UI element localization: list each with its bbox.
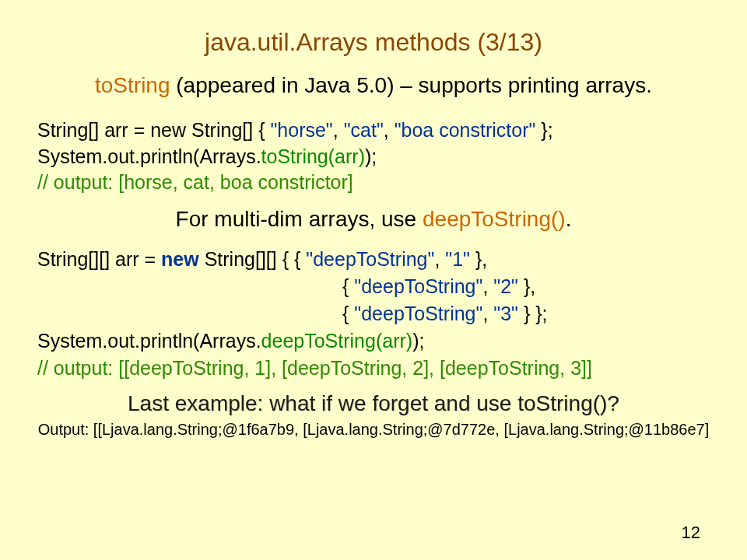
code-block-1: String[] arr = new String[] { "horse", "… [37,117,710,196]
slide-title: java.util.Arrays methods (3/13) [37,28,710,57]
code2-line1: String[][] arr = new String[][] { { "dee… [37,246,710,273]
code2-line5: // output: [[deepToString, 1], [deepToSt… [37,355,710,382]
code1-line2: System.out.println(Arrays.toString(arr))… [37,144,710,170]
subtitle-rest: (appeared in Java 5.0) – supports printi… [170,73,652,97]
code1-line3: // output: [horse, cat, boa constrictor] [37,170,710,196]
subtitle-method: toString [95,73,170,97]
slide-subtitle: toString (appeared in Java 5.0) – suppor… [37,71,710,100]
output-text: Output: [[Ljava.lang.String;@1f6a7b9, [L… [37,419,710,440]
page-number: 12 [682,523,700,543]
slide: java.util.Arrays methods (3/13) toString… [0,0,747,560]
code2-line4: System.out.println(Arrays.deepToString(a… [37,327,710,355]
last-example-heading: Last example: what if we forget and use … [37,391,710,416]
subheading-multidim: For multi-dim arrays, use deepToString()… [37,207,710,232]
code2-line3: { "deepToString", "3" } }; [37,300,710,327]
code-block-2: String[][] arr = new String[][] { { "dee… [37,246,710,382]
code2-line2: { "deepToString", "2" }, [37,273,710,300]
code1-line1: String[] arr = new String[] { "horse", "… [37,117,710,144]
